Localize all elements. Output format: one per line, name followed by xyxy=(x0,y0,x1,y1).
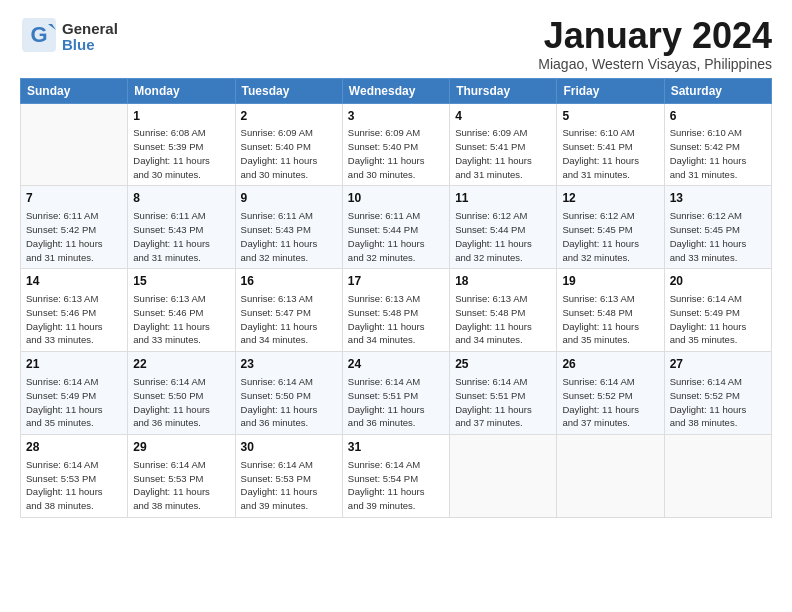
day-number: 1 xyxy=(133,108,229,125)
cell-2-3: 17Sunrise: 6:13 AMSunset: 5:48 PMDayligh… xyxy=(342,269,449,352)
day-number: 19 xyxy=(562,273,658,290)
week-row-0: 1Sunrise: 6:08 AMSunset: 5:39 PMDaylight… xyxy=(21,103,772,186)
cell-text: Sunrise: 6:08 AMSunset: 5:39 PMDaylight:… xyxy=(133,126,229,181)
logo-general: General xyxy=(62,20,118,37)
day-number: 6 xyxy=(670,108,766,125)
cell-text: Sunrise: 6:13 AMSunset: 5:48 PMDaylight:… xyxy=(455,292,551,347)
day-number: 26 xyxy=(562,356,658,373)
cell-2-1: 15Sunrise: 6:13 AMSunset: 5:46 PMDayligh… xyxy=(128,269,235,352)
cell-text: Sunrise: 6:14 AMSunset: 5:52 PMDaylight:… xyxy=(670,375,766,430)
logo-icon: G xyxy=(20,16,58,58)
header-saturday: Saturday xyxy=(664,78,771,103)
cell-text: Sunrise: 6:09 AMSunset: 5:40 PMDaylight:… xyxy=(348,126,444,181)
cell-0-0 xyxy=(21,103,128,186)
day-number: 5 xyxy=(562,108,658,125)
logo: G General Blue xyxy=(20,16,118,58)
day-number: 21 xyxy=(26,356,122,373)
cell-text: Sunrise: 6:11 AMSunset: 5:43 PMDaylight:… xyxy=(133,209,229,264)
day-number: 28 xyxy=(26,439,122,456)
week-row-3: 21Sunrise: 6:14 AMSunset: 5:49 PMDayligh… xyxy=(21,352,772,435)
cell-text: Sunrise: 6:11 AMSunset: 5:43 PMDaylight:… xyxy=(241,209,337,264)
cell-text: Sunrise: 6:14 AMSunset: 5:52 PMDaylight:… xyxy=(562,375,658,430)
header: G General Blue January 2024 Miagao, West… xyxy=(20,16,772,72)
logo-blue: Blue xyxy=(62,36,95,53)
cell-1-1: 8Sunrise: 6:11 AMSunset: 5:43 PMDaylight… xyxy=(128,186,235,269)
cell-4-1: 29Sunrise: 6:14 AMSunset: 5:53 PMDayligh… xyxy=(128,435,235,518)
day-number: 23 xyxy=(241,356,337,373)
cell-2-0: 14Sunrise: 6:13 AMSunset: 5:46 PMDayligh… xyxy=(21,269,128,352)
cell-text: Sunrise: 6:11 AMSunset: 5:44 PMDaylight:… xyxy=(348,209,444,264)
cell-1-3: 10Sunrise: 6:11 AMSunset: 5:44 PMDayligh… xyxy=(342,186,449,269)
cell-1-6: 13Sunrise: 6:12 AMSunset: 5:45 PMDayligh… xyxy=(664,186,771,269)
cell-4-5 xyxy=(557,435,664,518)
cell-3-4: 25Sunrise: 6:14 AMSunset: 5:51 PMDayligh… xyxy=(450,352,557,435)
cell-text: Sunrise: 6:12 AMSunset: 5:44 PMDaylight:… xyxy=(455,209,551,264)
day-number: 17 xyxy=(348,273,444,290)
header-tuesday: Tuesday xyxy=(235,78,342,103)
day-number: 18 xyxy=(455,273,551,290)
cell-3-1: 22Sunrise: 6:14 AMSunset: 5:50 PMDayligh… xyxy=(128,352,235,435)
location-title: Miagao, Western Visayas, Philippines xyxy=(538,56,772,72)
cell-text: Sunrise: 6:14 AMSunset: 5:54 PMDaylight:… xyxy=(348,458,444,513)
cell-3-2: 23Sunrise: 6:14 AMSunset: 5:50 PMDayligh… xyxy=(235,352,342,435)
day-number: 3 xyxy=(348,108,444,125)
cell-0-6: 6Sunrise: 6:10 AMSunset: 5:42 PMDaylight… xyxy=(664,103,771,186)
day-number: 31 xyxy=(348,439,444,456)
cell-2-6: 20Sunrise: 6:14 AMSunset: 5:49 PMDayligh… xyxy=(664,269,771,352)
cell-text: Sunrise: 6:10 AMSunset: 5:42 PMDaylight:… xyxy=(670,126,766,181)
cell-1-4: 11Sunrise: 6:12 AMSunset: 5:44 PMDayligh… xyxy=(450,186,557,269)
cell-text: Sunrise: 6:11 AMSunset: 5:42 PMDaylight:… xyxy=(26,209,122,264)
day-number: 8 xyxy=(133,190,229,207)
day-number: 30 xyxy=(241,439,337,456)
week-row-1: 7Sunrise: 6:11 AMSunset: 5:42 PMDaylight… xyxy=(21,186,772,269)
cell-3-3: 24Sunrise: 6:14 AMSunset: 5:51 PMDayligh… xyxy=(342,352,449,435)
cell-text: Sunrise: 6:13 AMSunset: 5:47 PMDaylight:… xyxy=(241,292,337,347)
cell-4-4 xyxy=(450,435,557,518)
cell-text: Sunrise: 6:14 AMSunset: 5:50 PMDaylight:… xyxy=(241,375,337,430)
cell-text: Sunrise: 6:14 AMSunset: 5:49 PMDaylight:… xyxy=(26,375,122,430)
cell-3-0: 21Sunrise: 6:14 AMSunset: 5:49 PMDayligh… xyxy=(21,352,128,435)
day-number: 10 xyxy=(348,190,444,207)
cell-0-4: 4Sunrise: 6:09 AMSunset: 5:41 PMDaylight… xyxy=(450,103,557,186)
day-number: 27 xyxy=(670,356,766,373)
cell-text: Sunrise: 6:14 AMSunset: 5:50 PMDaylight:… xyxy=(133,375,229,430)
header-monday: Monday xyxy=(128,78,235,103)
title-block: January 2024 Miagao, Western Visayas, Ph… xyxy=(538,16,772,72)
day-number: 11 xyxy=(455,190,551,207)
cell-text: Sunrise: 6:13 AMSunset: 5:46 PMDaylight:… xyxy=(26,292,122,347)
day-number: 22 xyxy=(133,356,229,373)
cell-3-5: 26Sunrise: 6:14 AMSunset: 5:52 PMDayligh… xyxy=(557,352,664,435)
day-number: 24 xyxy=(348,356,444,373)
day-number: 29 xyxy=(133,439,229,456)
day-number: 13 xyxy=(670,190,766,207)
day-number: 25 xyxy=(455,356,551,373)
cell-2-2: 16Sunrise: 6:13 AMSunset: 5:47 PMDayligh… xyxy=(235,269,342,352)
cell-text: Sunrise: 6:14 AMSunset: 5:53 PMDaylight:… xyxy=(26,458,122,513)
day-number: 2 xyxy=(241,108,337,125)
cell-0-5: 5Sunrise: 6:10 AMSunset: 5:41 PMDaylight… xyxy=(557,103,664,186)
cell-0-2: 2Sunrise: 6:09 AMSunset: 5:40 PMDaylight… xyxy=(235,103,342,186)
page: G General Blue January 2024 Miagao, West… xyxy=(0,0,792,612)
cell-0-1: 1Sunrise: 6:08 AMSunset: 5:39 PMDaylight… xyxy=(128,103,235,186)
logo-text: General Blue xyxy=(62,21,118,54)
cell-text: Sunrise: 6:12 AMSunset: 5:45 PMDaylight:… xyxy=(670,209,766,264)
header-thursday: Thursday xyxy=(450,78,557,103)
svg-text:G: G xyxy=(30,22,47,47)
cell-text: Sunrise: 6:14 AMSunset: 5:51 PMDaylight:… xyxy=(348,375,444,430)
header-wednesday: Wednesday xyxy=(342,78,449,103)
week-row-4: 28Sunrise: 6:14 AMSunset: 5:53 PMDayligh… xyxy=(21,435,772,518)
cell-3-6: 27Sunrise: 6:14 AMSunset: 5:52 PMDayligh… xyxy=(664,352,771,435)
day-number: 12 xyxy=(562,190,658,207)
cell-4-6 xyxy=(664,435,771,518)
day-number: 20 xyxy=(670,273,766,290)
cell-text: Sunrise: 6:13 AMSunset: 5:48 PMDaylight:… xyxy=(348,292,444,347)
day-number: 9 xyxy=(241,190,337,207)
cell-text: Sunrise: 6:10 AMSunset: 5:41 PMDaylight:… xyxy=(562,126,658,181)
month-title: January 2024 xyxy=(538,16,772,56)
header-row: SundayMondayTuesdayWednesdayThursdayFrid… xyxy=(21,78,772,103)
day-number: 14 xyxy=(26,273,122,290)
cell-text: Sunrise: 6:09 AMSunset: 5:40 PMDaylight:… xyxy=(241,126,337,181)
cell-text: Sunrise: 6:14 AMSunset: 5:49 PMDaylight:… xyxy=(670,292,766,347)
cell-1-2: 9Sunrise: 6:11 AMSunset: 5:43 PMDaylight… xyxy=(235,186,342,269)
calendar-table: SundayMondayTuesdayWednesdayThursdayFrid… xyxy=(20,78,772,518)
